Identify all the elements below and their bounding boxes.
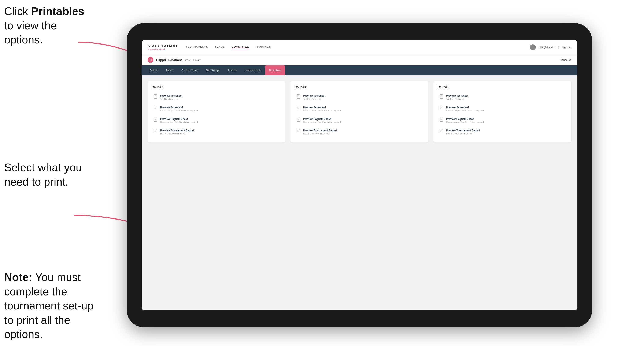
round-2-title: Round 2 xyxy=(295,85,424,89)
svg-rect-10 xyxy=(154,118,157,122)
round-2-tee-sheet[interactable]: Preview Tee Sheet Tee Sheet required xyxy=(295,92,424,103)
svg-rect-46 xyxy=(440,129,443,133)
round-1-tournament-report-title: Preview Tournament Report xyxy=(160,129,194,132)
annotation-bottom: Note: You must complete the tournament s… xyxy=(4,270,97,342)
nav-committee[interactable]: COMMITTEE xyxy=(232,45,249,49)
svg-rect-18 xyxy=(297,95,300,98)
round-1-tournament-report-subtitle: Round Completion required xyxy=(160,132,194,135)
tab-teams[interactable]: Teams xyxy=(162,65,178,75)
sign-out-link[interactable]: Sign out xyxy=(562,46,571,49)
tablet-screen: SCOREBOARD Powered by clippd TOURNAMENTS… xyxy=(142,40,577,310)
svg-rect-26 xyxy=(297,118,300,122)
logo-sub: Powered by clippd xyxy=(148,48,177,50)
round-2-tournament-report-subtitle: Round Completion required xyxy=(303,132,337,135)
cancel-button[interactable]: Cancel ✕ xyxy=(560,58,571,61)
round-1-scorecard-title: Preview Scorecard xyxy=(160,106,198,109)
round-1-tee-sheet-title: Preview Tee Sheet xyxy=(160,94,182,98)
rounds-grid: Round 1 Preview Tee Sheet Tee Sheet requ… xyxy=(148,81,571,143)
document-icon xyxy=(296,118,301,123)
svg-rect-30 xyxy=(297,129,300,133)
nav-tournaments[interactable]: TOURNAMENTS xyxy=(186,45,208,49)
tournament-logo: C xyxy=(148,57,154,63)
round-3-scorecard-subtitle: Course setup + Tee Sheet data required xyxy=(446,109,484,112)
round-3-tee-sheet-subtitle: Tee Sheet required xyxy=(446,98,468,101)
tournament-name: Clippd Invitational xyxy=(156,58,184,62)
annotation-top: Click Printables to view the options. xyxy=(4,4,84,47)
round-2-raguzzi-title: Preview Raguzzi Sheet xyxy=(303,117,340,121)
svg-rect-6 xyxy=(154,106,157,110)
round-1-column: Round 1 Preview Tee Sheet Tee Sheet requ… xyxy=(148,81,286,143)
user-email: blair@clippd.io xyxy=(539,46,556,49)
document-icon xyxy=(439,106,444,111)
tab-results[interactable]: Results xyxy=(224,65,240,75)
round-2-tee-sheet-subtitle: Tee Sheet required xyxy=(303,98,326,101)
round-2-raguzzi[interactable]: Preview Raguzzi Sheet Course setup + Tee… xyxy=(295,115,424,126)
round-2-scorecard[interactable]: Preview Scorecard Course setup + Tee She… xyxy=(295,104,424,114)
round-2-tee-sheet-title: Preview Tee Sheet xyxy=(303,94,326,98)
round-1-raguzzi-subtitle: Course setup + Tee Sheet data required xyxy=(160,121,198,124)
round-3-tee-sheet[interactable]: Preview Tee Sheet Tee Sheet required xyxy=(438,92,567,103)
round-1-scorecard[interactable]: Preview Scorecard Course setup + Tee She… xyxy=(152,104,281,114)
document-icon xyxy=(439,94,444,100)
svg-rect-22 xyxy=(297,106,300,110)
round-2-raguzzi-subtitle: Course setup + Tee Sheet data required xyxy=(303,121,340,124)
round-2-tournament-report-title: Preview Tournament Report xyxy=(303,129,337,132)
round-1-raguzzi-title: Preview Raguzzi Sheet xyxy=(160,117,198,121)
main-content: Round 1 Preview Tee Sheet Tee Sheet requ… xyxy=(142,75,577,310)
round-2-scorecard-title: Preview Scorecard xyxy=(303,106,340,109)
pipe-separator: | xyxy=(558,46,559,49)
document-icon xyxy=(154,118,158,123)
document-icon xyxy=(296,106,301,111)
top-nav-right: blair@clippd.io | Sign out xyxy=(530,44,571,50)
document-icon xyxy=(154,94,158,100)
avatar xyxy=(530,44,536,50)
round-3-column: Round 3 Preview Tee Sheet Tee Sheet requ… xyxy=(434,81,571,143)
round-2-tournament-report[interactable]: Preview Tournament Report Round Completi… xyxy=(295,127,424,138)
round-3-tee-sheet-title: Preview Tee Sheet xyxy=(446,94,468,98)
sub-navigation: Details Teams Course Setup Tee Groups Re… xyxy=(142,65,577,75)
tournament-bar: C Clippd Invitational (Men) Hosting Canc… xyxy=(142,54,577,65)
round-2-column: Round 2 Preview Tee Sheet Tee Sheet requ… xyxy=(290,81,428,143)
document-icon xyxy=(154,129,158,135)
svg-rect-38 xyxy=(440,106,443,110)
round-3-raguzzi-subtitle: Course setup + Tee Sheet data required xyxy=(446,121,484,124)
svg-rect-2 xyxy=(154,95,157,98)
tab-details[interactable]: Details xyxy=(146,65,162,75)
round-1-scorecard-subtitle: Course setup + Tee Sheet data required xyxy=(160,109,198,112)
annotation-middle: Select what you need to print. xyxy=(4,161,84,189)
round-1-tee-sheet-subtitle: Tee Sheet required xyxy=(160,98,182,101)
svg-rect-42 xyxy=(440,118,443,122)
svg-rect-34 xyxy=(440,95,443,98)
round-3-scorecard-title: Preview Scorecard xyxy=(446,106,484,109)
round-1-tee-sheet[interactable]: Preview Tee Sheet Tee Sheet required xyxy=(152,92,281,103)
document-icon xyxy=(154,106,158,111)
tab-course-setup[interactable]: Course Setup xyxy=(178,65,202,75)
round-1-raguzzi[interactable]: Preview Raguzzi Sheet Course setup + Tee… xyxy=(152,115,281,126)
round-3-title: Round 3 xyxy=(438,85,567,89)
document-icon xyxy=(439,129,444,135)
tab-tee-groups[interactable]: Tee Groups xyxy=(202,65,224,75)
nav-rankings[interactable]: RANKINGS xyxy=(256,45,271,49)
document-icon xyxy=(439,118,444,123)
top-navigation: SCOREBOARD Powered by clippd TOURNAMENTS… xyxy=(142,40,577,54)
tab-leaderboards[interactable]: Leaderboards xyxy=(240,65,265,75)
tournament-badge: (Men) xyxy=(185,59,191,61)
round-3-tournament-report[interactable]: Preview Tournament Report Round Completi… xyxy=(438,127,567,138)
tournament-status: Hosting xyxy=(194,59,201,61)
tab-printables[interactable]: Printables xyxy=(265,65,285,75)
round-3-raguzzi-title: Preview Raguzzi Sheet xyxy=(446,117,484,121)
round-3-raguzzi[interactable]: Preview Raguzzi Sheet Course setup + Tee… xyxy=(438,115,567,126)
nav-teams[interactable]: TEAMS xyxy=(215,45,225,49)
round-1-title: Round 1 xyxy=(152,85,281,89)
round-2-scorecard-subtitle: Course setup + Tee Sheet data required xyxy=(303,109,340,112)
logo-area: SCOREBOARD Powered by clippd xyxy=(148,44,177,50)
logo-text: SCOREBOARD xyxy=(148,44,177,48)
document-icon xyxy=(296,94,301,100)
round-1-tournament-report[interactable]: Preview Tournament Report Round Completi… xyxy=(152,127,281,138)
top-nav-links: TOURNAMENTS TEAMS COMMITTEE RANKINGS xyxy=(186,45,530,49)
tablet-device: SCOREBOARD Powered by clippd TOURNAMENTS… xyxy=(127,23,592,327)
round-3-scorecard[interactable]: Preview Scorecard Course setup + Tee She… xyxy=(438,104,567,114)
round-3-tournament-report-subtitle: Round Completion required xyxy=(446,132,480,135)
document-icon xyxy=(296,129,301,135)
svg-rect-14 xyxy=(154,129,157,133)
